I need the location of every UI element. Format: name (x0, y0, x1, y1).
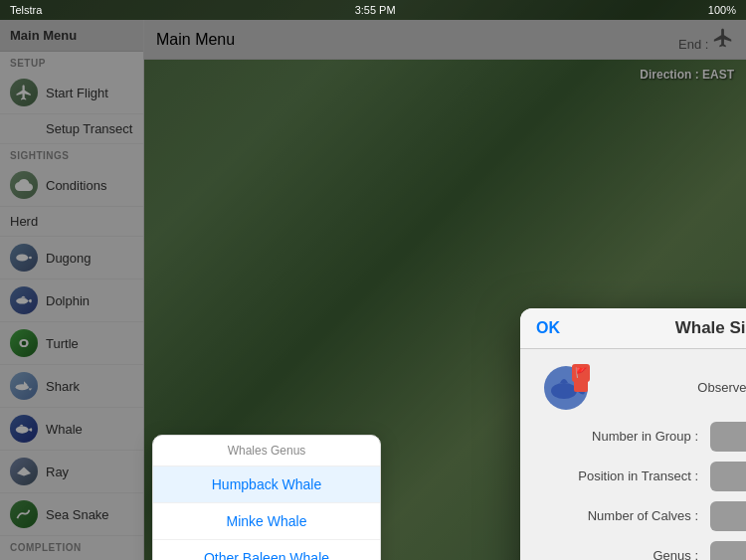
modal-overlay: OK Whale Sighting Cancel (0, 0, 746, 560)
modal-title: Whale Sighting (675, 318, 746, 338)
number-in-group-label: Number in Group : (536, 429, 710, 444)
whale-sighting-icon: 🚩 (542, 364, 590, 412)
ok-button[interactable]: OK (536, 319, 560, 337)
whale-sighting-modal: OK Whale Sighting Cancel (520, 308, 746, 561)
modal-header: OK Whale Sighting Cancel (520, 308, 746, 349)
carrier: Telstra (10, 4, 42, 16)
svg-point-7 (551, 383, 577, 399)
genus-row: Genus : Humpback Whale (520, 536, 746, 561)
number-of-calves-label: Number of Calves : (536, 508, 710, 523)
position-in-transect-label: Position in Transect : (536, 468, 710, 483)
dropdown-item-other-baleen[interactable]: Other Baleen Whale (153, 540, 380, 561)
genus-label: Genus : (536, 548, 710, 560)
time: 3:55 PM (355, 4, 396, 16)
observer-label: Observer : (596, 380, 746, 395)
number-in-group-value[interactable]: 1 (710, 422, 746, 452)
dropdown-item-minke[interactable]: Minke Whale (153, 503, 380, 540)
position-in-transect-value[interactable]: Very High (710, 462, 746, 491)
position-in-transect-row: Position in Transect : Very High (520, 457, 746, 496)
battery: 100% (708, 4, 736, 16)
dropdown-item-humpback[interactable]: Humpback Whale (153, 467, 380, 503)
observer-row: 🚩 Observer : SF Unflag Record (520, 359, 746, 417)
number-of-calves-value[interactable]: 0 (710, 501, 746, 531)
number-of-calves-row: Number of Calves : 0 (520, 496, 746, 536)
dropdown-header: Whales Genus (153, 436, 380, 467)
number-in-group-row: Number in Group : 1 (520, 417, 746, 457)
genus-value[interactable]: Humpback Whale (710, 541, 746, 561)
whales-genus-dropdown[interactable]: Whales Genus Humpback Whale Minke Whale … (152, 435, 381, 561)
status-bar: Telstra 3:55 PM 100% (0, 0, 746, 20)
modal-body: 🚩 Observer : SF Unflag Record Number in … (520, 349, 746, 561)
